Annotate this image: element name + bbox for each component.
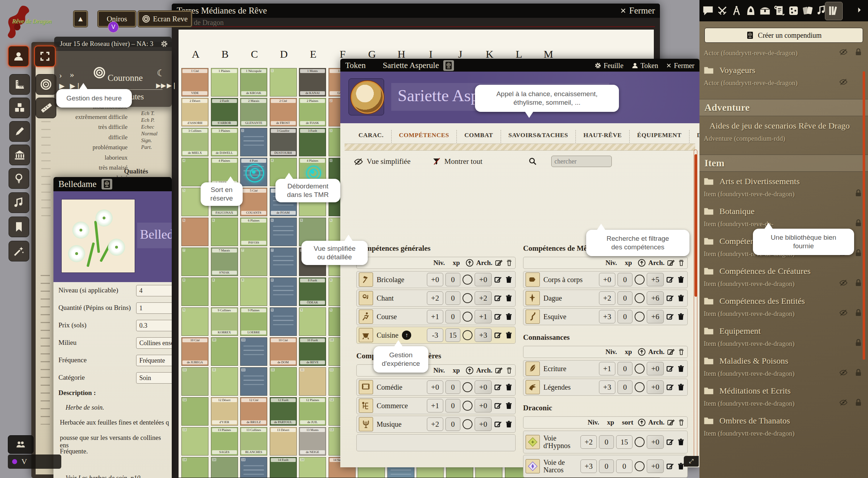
lyre-icon[interactable] [359,417,373,431]
xp-levelup-button[interactable]: ↑ [402,331,411,340]
edit-icon[interactable] [494,383,502,391]
tmr-tile-C7[interactable]: 7 [240,248,267,276]
tab-savoirs-taches[interactable]: SAVOIRS&TACHES [501,130,576,143]
advance-small-button[interactable]: › [59,71,62,79]
tmr-tile-C11[interactable]: 11 [240,367,267,396]
tmr-tile-E11[interactable]: 11 [299,367,326,396]
runner-icon[interactable] [359,310,373,324]
tmr-tile-C12[interactable]: 12 Citéde BRULZ [240,397,267,426]
collapse-nav-button[interactable]: ▲ [74,11,87,27]
edit-all-icon[interactable] [667,259,675,267]
skill-row-corps-corps[interactable]: Corps à corps+00+5 [523,271,688,288]
xp-value[interactable]: 0 [599,435,614,449]
edit-icon[interactable] [666,364,675,373]
fast-forward-button[interactable]: ▶▶ [156,82,166,89]
tmr-tile-D3[interactable]: 3 GouffreDUSTOURH [270,128,297,156]
xp-value[interactable]: 0 [618,362,632,375]
tab-carac-[interactable]: CARAC. [351,130,392,143]
create-compendium-button[interactable]: Créer un compendium [704,28,863,43]
edit-icon[interactable] [666,312,675,321]
hypnos-icon[interactable] [526,435,540,449]
tmr-tile-A4[interactable]: 4 [181,158,208,186]
tmr-tile-D12[interactable]: 12 Forêtde PARTOUL [270,397,297,426]
edit-all-icon[interactable] [667,348,675,356]
tmr-tile-B14[interactable]: 14 [211,457,238,478]
folder-voyageurs[interactable]: Voyageurs [704,64,850,76]
tmr-tile-B13[interactable]: 13 PlainesSAGES [211,427,238,456]
folder-equipement[interactable]: Equipement [704,325,850,337]
singer-icon[interactable] [359,291,373,305]
trash-icon[interactable] [505,420,513,428]
ecran-reve-button[interactable]: Ecran Reve [138,11,192,27]
tab-combat[interactable]: COMBAT [457,130,501,143]
xp-value[interactable]: 0 [445,310,460,323]
levelup-all-icon[interactable] [637,348,646,356]
toolbar-bookmark-button[interactable] [9,217,29,237]
tmr-tile-E10[interactable]: 10 Forêtde REVE [299,337,326,366]
toolbar-person-button[interactable] [8,46,29,67]
tmr-tile-B8[interactable]: 8 [211,277,238,306]
cauldron-icon[interactable] [359,328,373,342]
tmr-tile-E14[interactable]: 14 [299,457,326,478]
tmr-tile-D11[interactable]: 11 [270,367,297,396]
toolbar-pencil-button[interactable] [9,121,30,142]
trash-icon[interactable] [505,275,513,284]
trash-icon[interactable] [505,312,513,321]
levelup-all-icon[interactable] [465,259,474,267]
delete-all-icon[interactable] [505,367,513,374]
levelup-all-icon[interactable] [637,259,646,267]
edit-icon[interactable] [666,438,675,446]
tmr-tile-C8[interactable]: 8 [240,277,267,306]
xp-value[interactable]: 0 [445,417,460,431]
tmr-tile-A3[interactable]: 3 Collinesde MIELX [181,128,208,156]
compendium-pack-label[interactable]: Adventure (compendium-rdd) [704,135,848,143]
sidebar-tab-collapse[interactable] [857,5,862,16]
field-input-milieu[interactable]: Collines ensoleil [136,337,172,349]
tmr-tile-D14[interactable]: 14 Forêtde GORLD [270,457,297,478]
tmr-tile-B6[interactable]: 6 [211,218,238,246]
character-portrait[interactable] [348,78,384,115]
folder-aides-de-jeu-de-scenarios-r-ve-de-dragon-officiels[interactable]: Aides de jeu de scenarios Rêve de Dragon… [704,120,850,132]
edit-icon[interactable] [494,312,502,321]
folder-maladies-poisons[interactable]: Maladies & Poisons [704,355,850,367]
trash-icon[interactable] [677,438,685,446]
simplified-view-toggle[interactable]: Vue simplifiée [367,157,410,166]
skill-row-commerce[interactable]: Commerce+10+0 [356,397,516,414]
sidebar-tab-actors[interactable] [745,5,756,16]
delete-all-icon[interactable] [677,419,685,426]
niv-value[interactable]: +1 [427,310,443,323]
tmr-tile-C3[interactable]: 3 [240,128,267,156]
trash-icon[interactable] [677,275,685,284]
edit-icon[interactable] [666,294,675,302]
players-toggle[interactable] [8,435,33,454]
sort-value[interactable]: 15 [616,435,632,449]
tmr-tile-C13[interactable]: 13 CollinesBLANCHES [240,427,267,456]
sidebar-tab-cards[interactable] [802,5,813,16]
roll-circle[interactable] [635,364,645,374]
dagger-icon[interactable] [526,291,540,305]
tmr-tile-E12[interactable]: 12 Plainesde JUIL [299,397,326,426]
sheet-icon[interactable] [102,179,112,189]
gear-icon[interactable] [160,40,168,48]
delete-all-icon[interactable] [677,348,685,356]
compendium-pack-label[interactable]: Actor (foundryvtt-reve-de-dragon) [704,49,848,58]
sidebar-tab-chat[interactable] [702,5,714,16]
niv-value[interactable]: +0 [599,273,615,286]
compendium-pack-label[interactable]: Item (foundryvtt-reve-de-dragon) [704,400,848,408]
sidebar-tab-rolltable[interactable] [788,5,799,16]
folder-ombres-de-thanatos[interactable]: Ombres de Thanatos [704,415,850,427]
xp-value[interactable]: 0 [445,273,460,286]
eye-slash-icon[interactable] [354,157,363,166]
folder-m-ditations-et-ecrits[interactable]: Méditations et Ecrits [704,385,850,397]
resize-handle[interactable]: ⤢ [684,456,699,467]
niv-value[interactable]: +2 [427,291,443,305]
token-config-button[interactable]: Token [631,62,658,70]
compendium-pack-label[interactable]: Item (foundryvtt-reve-de-dragon) [704,310,848,318]
fist-icon[interactable] [526,272,540,287]
tmr-tile-E13[interactable]: 13 Montsde NEIGE [299,427,326,456]
folder-comp-tences-de-cr-atures[interactable]: Compétences de Créatures [704,265,850,277]
tmr-tile-B3[interactable]: 3 Plainesde DAWELL [211,128,238,156]
xp-value[interactable]: 0 [618,273,632,286]
sort-value[interactable]: 0 [616,459,632,473]
sidebar-tab-combat[interactable] [717,5,728,16]
